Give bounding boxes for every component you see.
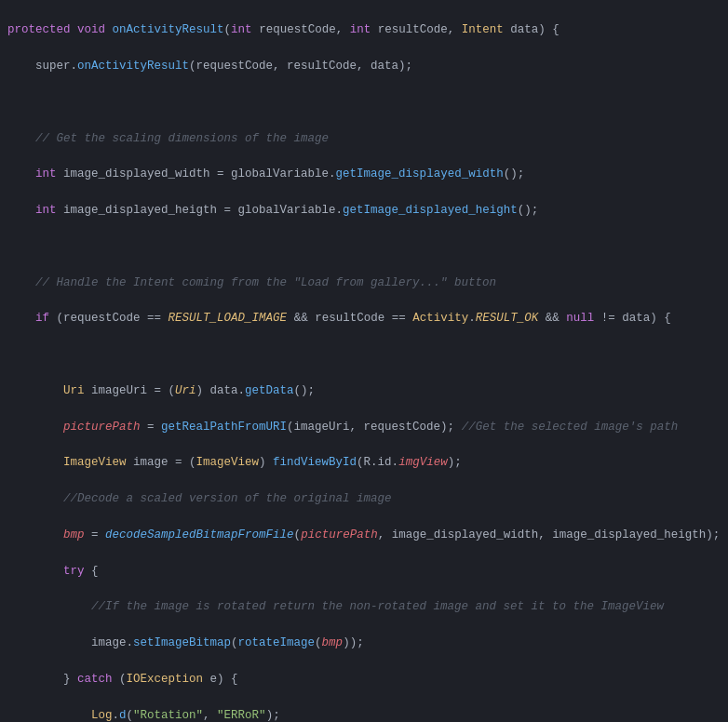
code-line-11: Uri imageUri = (Uri) data.getData(); (0, 382, 728, 400)
code-line-18: image.setImageBitmap(rotateImage(bmp)); (0, 635, 728, 652)
code-line-19: } catch (IOException e) { (0, 671, 728, 689)
code-line-6: int image_displayed_heigth = globalVaria… (0, 202, 728, 220)
code-line-2: super.onActivityResult(requestCode, resu… (0, 58, 728, 75)
code-line-8: // Handle the Intent coming from the "Lo… (0, 274, 728, 292)
code-line-1: protected void onActivityResult(int requ… (0, 21, 728, 39)
code-line-3 (0, 94, 728, 112)
code-line-5: int image_displayed_width = globalVariab… (0, 166, 728, 183)
code-line-13: ImageView image = (ImageView) findViewBy… (0, 454, 728, 472)
code-line-9: if (requestCode == RESULT_LOAD_IMAGE && … (0, 310, 728, 328)
code-line-10 (0, 346, 728, 364)
code-line-15: bmp = decodeSampledBitmapFromFile(pictur… (0, 527, 728, 544)
code-line-16: try { (0, 563, 728, 581)
code-line-7 (0, 238, 728, 256)
code-line-20: Log.d("Rotation", "ERRoR"); (0, 707, 728, 722)
code-line-4: // Get the scaling dimensions of the ima… (0, 130, 728, 148)
code-editor: protected void onActivityResult(int requ… (0, 0, 728, 722)
code-line-14: //Decode a scaled version of the origina… (0, 490, 728, 508)
code-line-17: //If the image is rotated return the non… (0, 598, 728, 616)
code-line-12: picturePath = getRealPathFromURI(imageUr… (0, 419, 728, 436)
